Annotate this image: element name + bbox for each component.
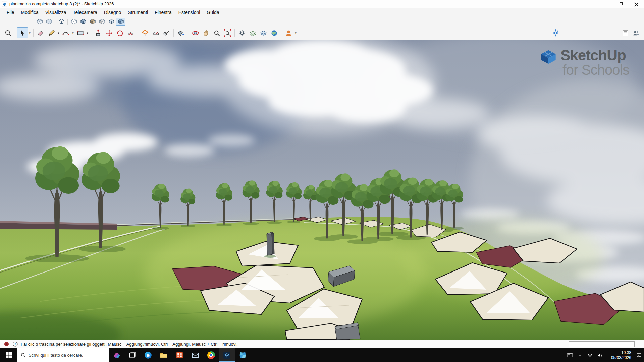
pan-tool-icon[interactable] [201,27,211,38]
arc-dropdown-icon[interactable]: ▾ [71,27,75,38]
style-hidden-line-icon[interactable] [69,18,78,26]
windows-logo-icon [6,352,12,358]
search-icon [21,353,26,358]
status-hint: Fai clic o trascina per selezionare gli … [21,342,238,347]
arc-tool-icon[interactable] [60,27,71,38]
style-back-edges-icon[interactable] [44,18,54,26]
taskbar-search-input[interactable]: Scrivi qui il testo da cercare. [17,348,109,362]
restore-button[interactable] [613,0,629,8]
rotate-tool-icon[interactable] [114,27,125,38]
office-icon [175,351,184,359]
menu-visualizza[interactable]: Visualizza [42,9,70,16]
geolocation-tool-icon[interactable] [269,27,279,38]
protractor-tool-icon[interactable] [150,27,161,38]
style-toolbar [0,17,644,26]
line-tool-icon[interactable] [46,27,57,38]
collaboration-icon[interactable] [631,27,641,38]
clock[interactable]: 10:38 05/03/2026 [605,348,634,362]
3d-viewport[interactable]: SketchUp for Schools [0,40,644,340]
panels-icon[interactable] [620,27,631,38]
menu-disegno[interactable]: Disegno [101,9,124,16]
taskbar-app-edge[interactable]: e [140,348,156,362]
select-tool-icon[interactable] [17,27,28,38]
move-tool-icon[interactable] [104,27,114,38]
volume-icon[interactable] [595,348,605,362]
edge-icon: e [144,351,152,359]
touch-keyboard-icon[interactable] [565,348,575,362]
sketchup-window: planimetria completa sketchup 3 (2)* - S… [0,0,644,362]
style-xray-icon[interactable] [35,18,44,26]
taskbar-app-task-view[interactable] [124,348,140,362]
tray-date: 05/03/2026 [611,355,631,360]
menu-modifica[interactable]: Modifica [18,9,42,16]
close-icon [634,2,638,6]
tape-measure-tool-icon[interactable] [161,27,172,38]
sketchup-taskbar-icon [223,351,231,359]
style-shaded-icon[interactable] [78,18,88,26]
taskbar-app-mail[interactable] [187,348,203,362]
logo-text-line2: for Schools [562,63,629,77]
taskbar-app-office[interactable] [172,348,187,362]
avatar-tool-icon[interactable] [283,27,294,38]
sketchup-for-schools-logo: SketchUp for Schools [540,48,629,77]
sketchup-app-icon [2,1,7,7]
style-selected-icon[interactable] [116,18,125,26]
menu-finestra[interactable]: Finestra [151,9,175,16]
match-photo-tool-icon[interactable] [247,27,258,38]
style-textured-icon[interactable] [88,18,97,26]
style-perspective-icon[interactable] [107,18,116,26]
ai-assistant-icon[interactable] [550,27,561,38]
select-dropdown-icon[interactable]: ▾ [28,27,32,38]
search-tool-icon[interactable] [3,27,13,38]
line-dropdown-icon[interactable]: ▾ [57,27,60,38]
status-indicator-icon[interactable] [3,341,9,347]
zoom-extents-tool-icon[interactable] [222,27,233,38]
eraser-tool-icon[interactable] [35,27,46,38]
action-center-icon[interactable] [634,348,644,362]
push-pull-tool-icon[interactable] [93,27,104,38]
window-title: planimetria completa sketchup 3 (2)* - S… [9,1,114,6]
offset-tool-icon[interactable] [125,27,136,38]
minimize-button[interactable] [598,0,613,8]
taskbar: Scrivi qui il testo da cercare. e [0,348,644,362]
search-placeholder-text: Scrivi qui il testo da cercare. [29,353,83,358]
logo-text-line1: SketchUp [560,48,629,63]
mail-icon [191,351,200,359]
tags-tool-icon[interactable] [258,27,269,38]
viewport-scene [0,40,644,340]
shadows-tool-icon[interactable] [236,27,247,38]
minimize-icon [604,4,607,4]
zoom-tool-icon[interactable] [211,27,222,38]
restore-icon [620,2,623,5]
section-plane-tool-icon[interactable] [140,27,150,38]
rectangle-tool-icon[interactable] [75,27,86,38]
menu-strumenti[interactable]: Strumenti [124,9,151,16]
taskbar-app-paint3d[interactable] [109,348,124,362]
menu-file[interactable]: File [3,9,18,16]
taskbar-app-file-explorer[interactable] [156,348,172,362]
titlebar: planimetria completa sketchup 3 (2)* - S… [0,0,644,8]
menu-guida[interactable]: Guida [203,9,222,16]
measurement-input[interactable] [569,341,635,347]
paint-bucket-tool-icon[interactable] [175,27,186,38]
style-wireframe-icon[interactable] [57,18,66,26]
avatar-dropdown-icon[interactable]: ▾ [294,27,298,38]
taskbar-app-chrome[interactable] [203,348,219,362]
start-button[interactable] [0,348,17,362]
taskbar-app-sketchup[interactable] [219,348,235,362]
rectangle-dropdown-icon[interactable]: ▾ [86,27,89,38]
network-icon[interactable] [585,348,595,362]
file-explorer-icon [160,351,168,359]
tool-toolbar: ▾ ▾ ▾ ▾ ▾ [0,26,644,40]
menu-telecamera[interactable]: Telecamera [69,9,100,16]
system-tray: 10:38 05/03/2026 [565,348,644,362]
svg-text:e: e [147,352,150,358]
menubar: File Modifica Visualizza Telecamera Dise… [0,8,644,17]
taskbar-app-photos[interactable] [235,348,251,362]
orbit-tool-icon[interactable] [190,27,201,38]
menu-estensioni[interactable]: Estensioni [175,9,204,16]
tray-chevron-up-icon[interactable] [575,348,585,362]
close-button[interactable] [629,0,644,8]
style-monochrome-icon[interactable] [97,18,107,26]
info-icon[interactable]: i [12,341,18,347]
